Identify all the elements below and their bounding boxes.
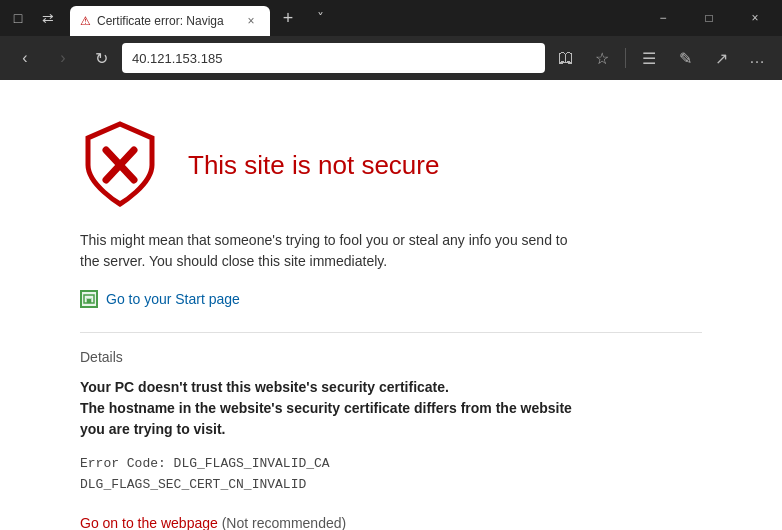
error-title: This site is not secure: [188, 150, 439, 181]
new-tab-button[interactable]: +: [274, 4, 302, 32]
svg-rect-4: [87, 299, 91, 303]
home-icon: [83, 294, 95, 304]
reader-view-button[interactable]: 🕮: [549, 41, 583, 75]
active-tab[interactable]: ⚠ Certificate error: Naviga ×: [70, 6, 270, 36]
divider: [625, 48, 626, 68]
start-page-icon: [80, 290, 98, 308]
page-content: This site is not secure This might mean …: [0, 80, 782, 530]
tab-close-button[interactable]: ×: [242, 12, 260, 30]
favorites-button[interactable]: ☆: [585, 41, 619, 75]
share-button[interactable]: ↗: [704, 41, 738, 75]
proceed-section: Go on to the webpage (Not recommended): [80, 514, 702, 530]
tab-title: Certificate error: Naviga: [97, 14, 236, 28]
start-page-link[interactable]: Go to your Start page: [80, 290, 240, 308]
close-button[interactable]: ×: [732, 0, 778, 36]
error-description: This might mean that someone's trying to…: [80, 230, 580, 272]
cert-warning-line1: Your PC doesn't trust this website's sec…: [80, 379, 449, 395]
proceed-link[interactable]: Go on to the webpage: [80, 515, 218, 530]
tab-manage-icon[interactable]: ⇄: [34, 4, 62, 32]
tab-favicon: ⚠: [80, 14, 91, 28]
error-code-line1: Error Code: DLG_FLAGS_INVALID_CA: [80, 454, 702, 475]
new-tab-icon[interactable]: □: [4, 4, 32, 32]
cert-warning: Your PC doesn't trust this website's sec…: [80, 377, 580, 440]
start-page-link-text: Go to your Start page: [106, 291, 240, 307]
tab-dropdown-button[interactable]: ˅: [306, 4, 334, 32]
hub-button[interactable]: ☰: [632, 41, 666, 75]
details-label: Details: [80, 349, 702, 365]
browser-window: □ ⇄ ⚠ Certificate error: Naviga × + ˅ − …: [0, 0, 782, 530]
details-section: Details Your PC doesn't trust this websi…: [80, 332, 702, 530]
maximize-button[interactable]: □: [686, 0, 732, 36]
forward-button[interactable]: ›: [46, 41, 80, 75]
error-code: Error Code: DLG_FLAGS_INVALID_CA DLG_FLA…: [80, 454, 702, 496]
cert-warning-line2: The hostname in the website's security c…: [80, 400, 572, 437]
address-text: 40.121.153.185: [132, 51, 535, 66]
back-button[interactable]: ‹: [8, 41, 42, 75]
error-code-line2: DLG_FLAGS_SEC_CERT_CN_INVALID: [80, 475, 702, 496]
more-button[interactable]: …: [740, 41, 774, 75]
error-header: This site is not secure: [80, 120, 702, 210]
shield-icon: [80, 120, 160, 210]
nav-bar: ‹ › ↻ 40.121.153.185 🕮 ☆ ☰ ✎ ↗ …: [0, 36, 782, 80]
note-button[interactable]: ✎: [668, 41, 702, 75]
window-controls: − □ ×: [640, 0, 778, 36]
not-recommended-text: (Not recommended): [218, 515, 346, 530]
minimize-button[interactable]: −: [640, 0, 686, 36]
tab-actions-left: □ ⇄: [4, 4, 62, 32]
tab-bar: □ ⇄ ⚠ Certificate error: Naviga × + ˅ − …: [0, 0, 782, 36]
nav-tools: 🕮 ☆ ☰ ✎ ↗ …: [549, 41, 774, 75]
refresh-button[interactable]: ↻: [84, 41, 118, 75]
address-bar[interactable]: 40.121.153.185: [122, 43, 545, 73]
